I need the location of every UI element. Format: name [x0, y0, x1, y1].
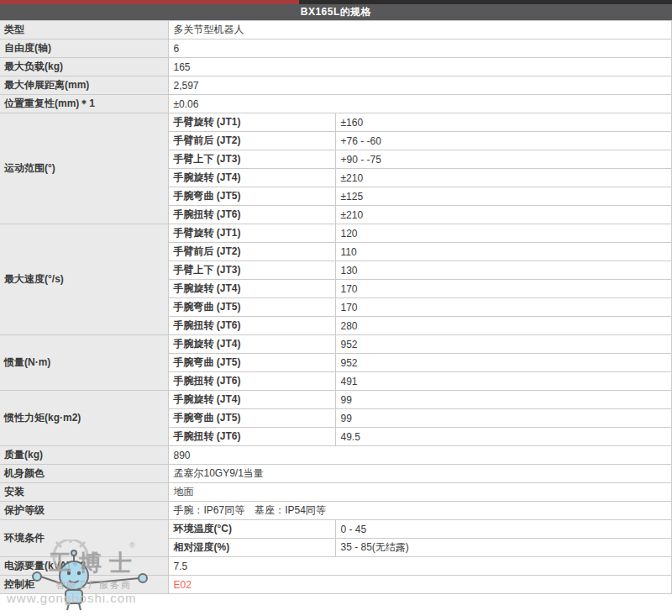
sub-label: 手腕弯曲 (JT5)	[168, 354, 335, 372]
sub-label: 手臂上下 (JT3)	[168, 150, 335, 169]
cell-value: 49.5	[335, 428, 672, 446]
cell-value: ±210	[335, 169, 672, 187]
cell-value: 491	[335, 372, 672, 391]
sub-label: 手腕扭转 (JT6)	[168, 317, 335, 335]
cell-value: +90 - -75	[335, 150, 672, 169]
table-row: 类型多关节型机器人	[0, 21, 672, 39]
controller-link[interactable]: E02	[168, 576, 672, 594]
row-label: 最大速度(°/s)	[0, 224, 168, 335]
sub-label: 手腕扭转 (JT6)	[168, 428, 335, 446]
table-row: 安装地面	[0, 483, 672, 502]
row-label: 电源要量(kVA)＊2	[0, 557, 168, 576]
table-row: 位置重复性(mm)＊1±0.06	[0, 95, 672, 113]
row-label: 最大伸展距离(mm)	[0, 76, 168, 95]
row-label: 最大负载(kg)	[0, 58, 168, 76]
cell-value: ±210	[335, 206, 672, 224]
table-row: 机身颜色孟塞尔10GY9/1当量	[0, 465, 672, 483]
row-label: 环境条件	[0, 520, 168, 557]
sub-label: 手臂旋转 (JT1)	[168, 113, 335, 132]
row-label: 运动范围(°)	[0, 113, 168, 224]
sub-label: 手腕弯曲 (JT5)	[168, 409, 335, 428]
row-label: 安装	[0, 483, 168, 502]
sub-label: 手臂前后 (JT2)	[168, 132, 335, 150]
table-row: 惯性力矩(kg·m2)手腕旋转 (JT4)99	[0, 391, 672, 409]
cell-value: 130	[335, 261, 672, 280]
cell-value: +76 - -60	[335, 132, 672, 150]
row-label: 机身颜色	[0, 465, 168, 483]
table-row: 保护等级手腕：IP67同等 基座：IP54同等	[0, 502, 672, 520]
sub-label: 手腕旋转 (JT4)	[168, 335, 335, 354]
cell-value: 孟塞尔10GY9/1当量	[168, 465, 672, 483]
sub-label: 手腕弯曲 (JT5)	[168, 187, 335, 206]
sub-label: 手腕旋转 (JT4)	[168, 391, 335, 409]
cell-value: ±0.06	[168, 95, 672, 113]
sub-label: 手腕旋转 (JT4)	[168, 280, 335, 298]
spec-table-body: 类型多关节型机器人自由度(轴)6最大负载(kg)165最大伸展距离(mm)2,5…	[0, 21, 672, 594]
row-label: 惯量(N·m)	[0, 335, 168, 391]
table-row: 最大伸展距离(mm)2,597	[0, 76, 672, 95]
spec-page: BX165L的规格 类型多关节型机器人自由度(轴)6最大负载(kg)165最大伸…	[0, 0, 672, 616]
cell-value: 99	[335, 409, 672, 428]
cell-value: 35 - 85(无结露)	[335, 539, 672, 557]
spec-table: 类型多关节型机器人自由度(轴)6最大负载(kg)165最大伸展距离(mm)2,5…	[0, 20, 672, 594]
row-label: 自由度(轴)	[0, 39, 168, 58]
cell-value: 7.5	[168, 557, 672, 576]
table-row: 自由度(轴)6	[0, 39, 672, 58]
cell-value: 165	[168, 58, 672, 76]
table-row: 惯量(N·m)手腕旋转 (JT4)952	[0, 335, 672, 354]
cell-value: 多关节型机器人	[168, 21, 672, 39]
cell-value: 952	[335, 335, 672, 354]
sub-label: 环境温度(°C)	[168, 520, 335, 539]
table-row: 环境条件环境温度(°C)0 - 45	[0, 520, 672, 539]
cell-value: 地面	[168, 483, 672, 502]
table-row: 最大负载(kg)165	[0, 58, 672, 76]
cell-value: ±160	[335, 113, 672, 132]
cell-value: 手腕：IP67同等 基座：IP54同等	[168, 502, 672, 520]
cell-value: 280	[335, 317, 672, 335]
accent-dark-bar	[299, 0, 672, 4]
cell-value: 890	[168, 446, 672, 465]
accent-red-bar	[0, 0, 299, 4]
row-label: 位置重复性(mm)＊1	[0, 95, 168, 113]
cell-value: ±125	[335, 187, 672, 206]
cell-value: 2,597	[168, 76, 672, 95]
page-title: BX165L的规格	[301, 5, 372, 19]
cell-value: 170	[335, 298, 672, 317]
cell-value: 170	[335, 280, 672, 298]
sub-label: 手腕弯曲 (JT5)	[168, 298, 335, 317]
row-label: 类型	[0, 21, 168, 39]
cell-value: 6	[168, 39, 672, 58]
table-row: 最大速度(°/s)手臂旋转 (JT1)120	[0, 224, 672, 243]
cell-value: 110	[335, 243, 672, 261]
table-row: 控制柜E02	[0, 576, 672, 594]
sub-label: 手腕扭转 (JT6)	[168, 372, 335, 391]
sub-label: 相对湿度(%)	[168, 539, 335, 557]
table-title-bar: BX165L的规格	[0, 4, 672, 20]
sub-label: 手腕旋转 (JT4)	[168, 169, 335, 187]
table-row: 运动范围(°)手臂旋转 (JT1)±160	[0, 113, 672, 132]
row-label: 控制柜	[0, 576, 168, 594]
cell-value: 120	[335, 224, 672, 243]
cell-value: 99	[335, 391, 672, 409]
sub-label: 手臂旋转 (JT1)	[168, 224, 335, 243]
table-row: 电源要量(kVA)＊27.5	[0, 557, 672, 576]
sub-label: 手臂上下 (JT3)	[168, 261, 335, 280]
cell-value: 952	[335, 354, 672, 372]
cell-value: 0 - 45	[335, 520, 672, 539]
top-accent-strip	[0, 0, 672, 4]
row-label: 保护等级	[0, 502, 168, 520]
table-row: 质量(kg)890	[0, 446, 672, 465]
sub-label: 手臂前后 (JT2)	[168, 243, 335, 261]
sub-label: 手腕扭转 (JT6)	[168, 206, 335, 224]
row-label: 惯性力矩(kg·m2)	[0, 391, 168, 446]
row-label: 质量(kg)	[0, 446, 168, 465]
